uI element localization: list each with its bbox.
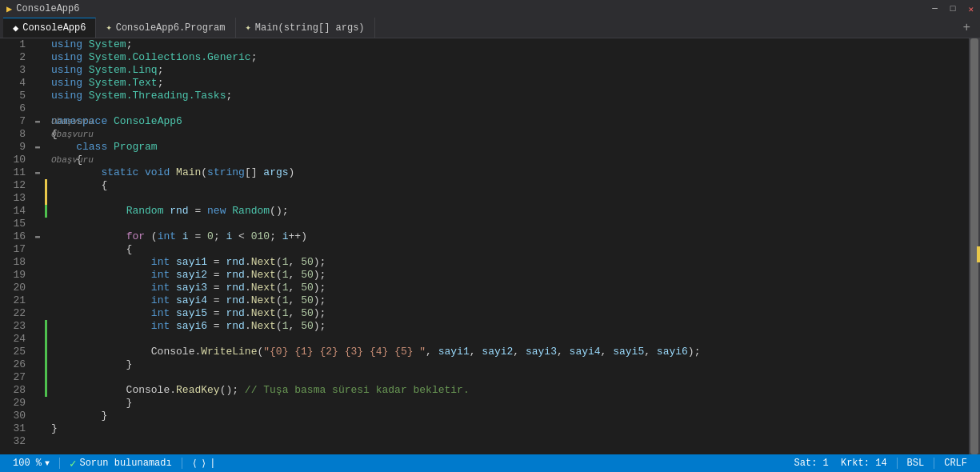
line-num-21: 21 (0, 294, 26, 307)
indicator-green-27 (45, 371, 47, 384)
code-line-14[interactable]: Random rnd = new Random(); (51, 205, 969, 218)
code-line-5[interactable]: using System.Threading.Tasks; (51, 90, 969, 102)
code-line-18[interactable]: int sayi1 = rnd.Next(1, 50); (51, 256, 969, 269)
status-divider-3 (897, 458, 898, 469)
code-line-29[interactable]: } (51, 397, 969, 410)
code-line-13[interactable] (51, 192, 969, 205)
indicator-green-24 (45, 333, 47, 346)
app-icon: ▶ (6, 3, 12, 15)
code-line-32[interactable] (51, 435, 969, 448)
zoom-section[interactable]: 100 % ▼ (6, 458, 56, 469)
code-line-21[interactable]: int sayi4 = rnd.Next(1, 50); (51, 294, 969, 307)
code-line-27[interactable] (51, 371, 969, 384)
line-numbers-gutter: 1234567891011121314151617181920212223242… (0, 38, 32, 454)
code-line-8[interactable]: { (51, 128, 969, 141)
code-area[interactable]: using System;using System.Collections.Ge… (48, 38, 969, 454)
line-num-14: 14 (0, 205, 26, 218)
code-line-26[interactable]: } (51, 358, 969, 371)
status-divider-1 (59, 458, 60, 469)
line-num-10: 10 (0, 154, 26, 166)
line-num-18: 18 (0, 256, 26, 269)
code-line-9[interactable]: class Program (51, 141, 969, 154)
check-icon: ✓ (70, 457, 76, 470)
code-line-23[interactable]: int sayi6 = rnd.Next(1, 50); (51, 320, 969, 333)
tab-label: ConsoleApp6 (22, 22, 86, 34)
line-num-9: 9 (0, 141, 26, 154)
code-line-3[interactable]: using System.Linq; (51, 64, 969, 77)
line-num-19: 19 (0, 269, 26, 282)
app-title: ConsoleApp6 (16, 3, 79, 14)
line-num-4: 4 (0, 77, 26, 90)
add-tab-button[interactable]: + (956, 18, 977, 38)
fold-icon-line-7[interactable]: ▬ (32, 117, 43, 126)
line-num-28: 28 (0, 384, 26, 397)
line-num-32: 32 (0, 435, 26, 448)
fold-icon-line-11[interactable]: ▬ (32, 168, 43, 177)
tab-breadcrumb1[interactable]: ✦ ConsoleApp6.Program (96, 18, 235, 38)
indicator-green-28 (45, 384, 47, 397)
position-section: Sat: 1 Krkt: 14 (788, 458, 894, 469)
line-num-8: 8 (0, 128, 26, 141)
status-divider-4 (934, 458, 934, 469)
tab-breadcrumb2[interactable]: ✦ Main(string[] args) (236, 18, 375, 38)
tab-bar: ◆ ConsoleApp6 ✦ ConsoleApp6.Program ✦ Ma… (0, 18, 980, 38)
code-line-25[interactable]: Console.WriteLine("{0} {1} {2} {3} {4} {… (51, 346, 969, 358)
line-num-29: 29 (0, 397, 26, 410)
minimize-button[interactable]: ─ (932, 4, 938, 14)
line-num-12: 12 (0, 179, 26, 192)
line-ending-section[interactable]: CRLF (938, 458, 974, 469)
fold-icon-line-16[interactable]: ▬ (32, 232, 43, 241)
line-num-3: 3 (0, 64, 26, 77)
indicator-green-25 (45, 346, 47, 358)
code-line-20[interactable]: int sayi3 = rnd.Next(1, 50); (51, 282, 969, 294)
col-text: Krkt: 14 (841, 458, 887, 469)
line-num-1: 1 (0, 38, 26, 51)
line-num-24: 24 (0, 333, 26, 346)
line-num-17: 17 (0, 243, 26, 256)
close-button[interactable]: ✕ (968, 4, 974, 14)
nav-icon2[interactable]: ⟩ (201, 458, 206, 470)
line-num-26: 26 (0, 358, 26, 371)
line-num-31: 31 (0, 422, 26, 435)
code-line-24[interactable] (51, 333, 969, 346)
code-line-19[interactable]: int sayi2 = rnd.Next(1, 50); (51, 269, 969, 282)
code-line-28[interactable]: Console.ReadKey(); // Tuşa basma süresi … (51, 384, 969, 397)
fold-icon-line-9[interactable]: ▬ (32, 142, 43, 151)
line-num-16: 16 (0, 230, 26, 243)
breadcrumb1-label: ConsoleApp6.Program (116, 22, 226, 34)
nav-icons[interactable]: ⟨ ⟩ | (186, 458, 222, 470)
code-line-10[interactable]: { (51, 154, 969, 166)
error-section[interactable]: ✓ Sorun bulunamadı (63, 457, 178, 470)
line-num-5: 5 (0, 90, 26, 102)
zoom-dropdown-icon[interactable]: ▼ (45, 459, 50, 468)
code-line-12[interactable]: { (51, 179, 969, 192)
scrollbar-indicator (977, 246, 980, 262)
code-line-1[interactable]: using System; (51, 38, 969, 51)
breadcrumb2-icon: ✦ (246, 22, 251, 34)
line-ending-text: CRLF (944, 458, 967, 469)
encoding-text: BSL (907, 458, 925, 469)
code-line-2[interactable]: using System.Collections.Generic; (51, 51, 969, 64)
code-line-17[interactable]: { (51, 243, 969, 256)
scrollbar[interactable] (969, 38, 980, 454)
code-line-7[interactable]: namespace ConsoleApp6 (51, 115, 969, 128)
line-num-7: 7 (0, 115, 26, 128)
line-num-11: 11 (0, 166, 26, 179)
code-line-31[interactable]: } (51, 422, 969, 435)
code-line-16[interactable]: for (int i = 0; i < 010; i++) (51, 230, 969, 243)
fold-gutter: ▬▬▬▬ (32, 38, 45, 454)
line-num-27: 27 (0, 371, 26, 384)
code-line-4[interactable]: using System.Text; (51, 77, 969, 90)
nav-icon[interactable]: ⟨ (192, 458, 198, 470)
code-line-30[interactable]: } (51, 410, 969, 422)
code-line-22[interactable]: int sayi5 = rnd.Next(1, 50); (51, 307, 969, 320)
status-divider-2 (182, 458, 182, 469)
tab-file[interactable]: ◆ ConsoleApp6 (3, 18, 96, 38)
code-line-6[interactable] (51, 102, 969, 115)
status-bar: 100 % ▼ ✓ Sorun bulunamadı ⟨ ⟩ | Sat: 1 … (0, 454, 980, 472)
code-line-15[interactable] (51, 218, 969, 230)
maximize-button[interactable]: □ (950, 4, 956, 14)
encoding-section[interactable]: BSL (901, 458, 931, 469)
indicator-green-14 (45, 205, 47, 218)
code-line-11[interactable]: static void Main(string[] args) (51, 166, 969, 179)
